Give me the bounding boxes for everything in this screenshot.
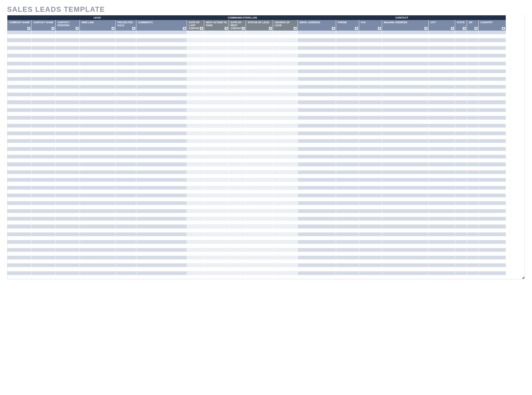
cell[interactable]	[7, 124, 32, 128]
cell[interactable]	[382, 42, 429, 46]
cell[interactable]	[336, 139, 359, 143]
cell[interactable]	[204, 167, 229, 170]
cell[interactable]	[467, 58, 479, 62]
cell[interactable]	[467, 275, 479, 279]
cell[interactable]	[467, 120, 479, 124]
cell[interactable]	[32, 31, 56, 34]
cell[interactable]	[382, 108, 429, 112]
cell[interactable]	[229, 132, 246, 135]
cell[interactable]	[136, 62, 187, 66]
cell[interactable]	[336, 54, 359, 58]
cell[interactable]	[429, 162, 455, 166]
cell[interactable]	[336, 260, 359, 263]
cell[interactable]	[429, 54, 455, 58]
cell[interactable]	[382, 77, 429, 81]
cell[interactable]	[429, 205, 455, 209]
cell[interactable]	[32, 240, 56, 244]
cell[interactable]	[229, 81, 246, 85]
cell[interactable]	[80, 178, 116, 182]
cell[interactable]	[204, 143, 229, 147]
cell[interactable]	[273, 162, 298, 166]
cell[interactable]	[229, 201, 246, 205]
cell[interactable]	[382, 229, 429, 233]
cell[interactable]	[187, 263, 204, 267]
cell[interactable]	[479, 124, 506, 128]
cell[interactable]	[136, 236, 187, 240]
cell[interactable]	[136, 182, 187, 186]
cell[interactable]	[136, 58, 187, 62]
cell[interactable]	[187, 31, 204, 34]
cell[interactable]	[382, 139, 429, 143]
cell[interactable]	[32, 62, 56, 66]
cell[interactable]	[455, 205, 467, 209]
cell[interactable]	[429, 260, 455, 263]
cell[interactable]	[229, 162, 246, 166]
cell[interactable]	[136, 167, 187, 170]
cell[interactable]	[467, 190, 479, 194]
cell[interactable]	[204, 170, 229, 174]
cell[interactable]	[7, 58, 32, 62]
filter-dropdown-icon[interactable]	[502, 27, 505, 30]
cell[interactable]	[80, 271, 116, 275]
cell[interactable]	[56, 263, 80, 267]
cell[interactable]	[32, 112, 56, 116]
cell[interactable]	[204, 217, 229, 221]
cell[interactable]	[429, 128, 455, 132]
cell[interactable]	[336, 155, 359, 159]
cell[interactable]	[7, 112, 32, 116]
cell[interactable]	[80, 31, 116, 34]
cell[interactable]	[359, 244, 382, 248]
cell[interactable]	[246, 159, 273, 162]
cell[interactable]	[116, 151, 136, 155]
cell[interactable]	[187, 108, 204, 112]
cell[interactable]	[246, 209, 273, 213]
cell[interactable]	[273, 62, 298, 66]
cell[interactable]	[273, 225, 298, 228]
cell[interactable]	[455, 147, 467, 151]
cell[interactable]	[32, 190, 56, 194]
cell[interactable]	[187, 135, 204, 139]
cell[interactable]	[382, 128, 429, 132]
cell[interactable]	[229, 229, 246, 233]
cell[interactable]	[467, 240, 479, 244]
cell[interactable]	[479, 135, 506, 139]
cell[interactable]	[32, 120, 56, 124]
cell[interactable]	[80, 132, 116, 135]
cell[interactable]	[56, 139, 80, 143]
cell[interactable]	[467, 104, 479, 108]
cell[interactable]	[116, 100, 136, 104]
cell[interactable]	[56, 147, 80, 151]
cell[interactable]	[56, 77, 80, 81]
cell[interactable]	[116, 66, 136, 69]
cell[interactable]	[359, 69, 382, 73]
cell[interactable]	[336, 108, 359, 112]
cell[interactable]	[80, 229, 116, 233]
cell[interactable]	[467, 225, 479, 228]
cell[interactable]	[336, 190, 359, 194]
cell[interactable]	[467, 81, 479, 85]
cell[interactable]	[479, 50, 506, 54]
cell[interactable]	[455, 209, 467, 213]
cell[interactable]	[382, 38, 429, 42]
cell[interactable]	[136, 190, 187, 194]
cell[interactable]	[246, 252, 273, 256]
cell[interactable]	[246, 229, 273, 233]
cell[interactable]	[382, 100, 429, 104]
cell[interactable]	[359, 240, 382, 244]
filter-dropdown-icon[interactable]	[451, 27, 454, 30]
cell[interactable]	[382, 267, 429, 271]
cell[interactable]	[382, 236, 429, 240]
cell[interactable]	[336, 229, 359, 233]
cell[interactable]	[273, 194, 298, 198]
cell[interactable]	[336, 221, 359, 225]
filter-dropdown-icon[interactable]	[474, 27, 478, 30]
cell[interactable]	[80, 112, 116, 116]
cell[interactable]	[116, 194, 136, 198]
cell[interactable]	[56, 100, 80, 104]
cell[interactable]	[273, 100, 298, 104]
cell[interactable]	[382, 221, 429, 225]
cell[interactable]	[116, 108, 136, 112]
cell[interactable]	[298, 267, 336, 271]
cell[interactable]	[382, 143, 429, 147]
cell[interactable]	[229, 97, 246, 100]
